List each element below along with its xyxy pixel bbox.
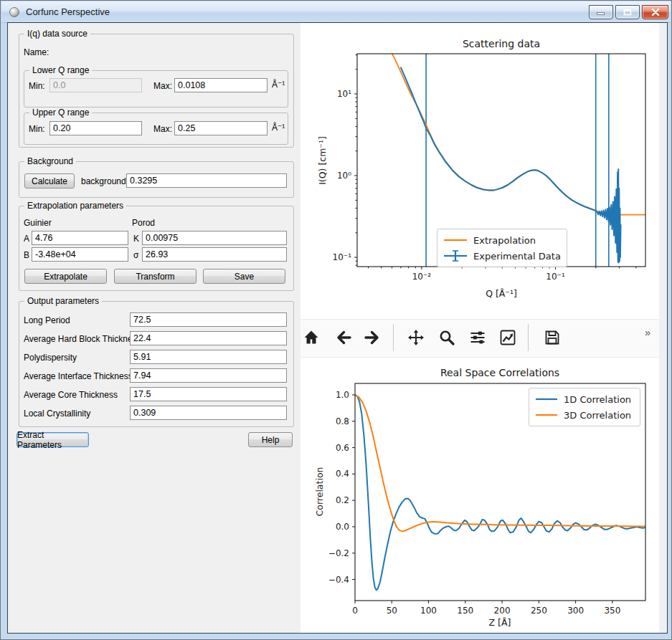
legend-entry: 1D Correlation (535, 391, 634, 407)
calculate-button[interactable]: Calculate (24, 173, 75, 188)
svg-text:350: 350 (604, 606, 620, 616)
upper-q-max-input[interactable]: 0.25 (174, 121, 268, 135)
svg-text:−0.2: −0.2 (328, 548, 349, 558)
scattering-xlabel: Q [Å⁻¹] (486, 288, 517, 299)
guinier-a-label: A (24, 234, 29, 244)
lower-q-max-label: Max: (153, 81, 172, 91)
zoom-icon[interactable] (438, 329, 455, 346)
correlation-title: Real Space Correlations (440, 367, 559, 378)
lower-q-unit-label: Å⁻¹ (272, 80, 285, 90)
extract-parameters-button[interactable]: Extract Parameters (16, 432, 89, 447)
output-row-label: Long Period (24, 315, 70, 325)
porod-k-label: K (133, 234, 139, 244)
output-row-value[interactable]: 7.94 (130, 368, 287, 383)
svg-text:0.8: 0.8 (336, 416, 349, 426)
title-bar[interactable]: Corfunc Perspective (1, 1, 671, 23)
window-title: Corfunc Perspective (26, 6, 110, 17)
correlation-xlabel: Z [Å] (489, 617, 511, 628)
group-output-label: Output parameters (24, 296, 102, 306)
svg-text:200: 200 (494, 606, 511, 616)
upper-q-max-label: Max: (153, 124, 172, 134)
group-extrapolation-label: Extrapolation parameters (24, 201, 126, 211)
group-upper-q-label: Upper Q range (29, 108, 92, 118)
configure-subplots-icon[interactable] (469, 329, 486, 346)
maximize-button[interactable] (615, 5, 640, 19)
output-row-value[interactable]: 5.91 (130, 350, 287, 364)
help-button[interactable]: Help (248, 432, 293, 447)
legend-entry: Extrapolation (443, 232, 561, 248)
extrapolation-line-swatch (443, 235, 468, 245)
svg-text:10⁻¹: 10⁻¹ (546, 272, 565, 282)
home-icon[interactable] (303, 329, 320, 346)
edit-axes-icon[interactable] (499, 329, 516, 346)
correlation-figure[interactable]: Real Space Correlations 0501001502002503… (300, 358, 659, 633)
output-row-label: Average Interface Thickness (24, 371, 133, 381)
correlation-1d-swatch (535, 394, 558, 404)
back-icon[interactable] (335, 329, 352, 346)
output-row-label: Average Core Thickness (24, 390, 118, 400)
toolbar-separator (393, 324, 394, 351)
correlation-3d-swatch (535, 410, 558, 420)
legend-label: 1D Correlation (564, 394, 631, 405)
upper-q-min-input[interactable]: 0.20 (49, 121, 142, 135)
output-row-label: Average Hard Block Thickness (24, 334, 141, 344)
upper-q-unit-label: Å⁻¹ (272, 123, 285, 133)
forward-icon[interactable] (364, 329, 381, 346)
app-icon (9, 7, 19, 17)
svg-text:1.0: 1.0 (336, 390, 349, 400)
legend-label: Experimental Data (473, 251, 561, 262)
guinier-b-input[interactable]: -3.48e+04 (32, 247, 128, 262)
minimize-button[interactable] (589, 5, 613, 19)
svg-text:10⁻²: 10⁻² (412, 272, 432, 282)
maximize-icon (623, 8, 633, 16)
output-row-value[interactable]: 17.5 (130, 387, 287, 401)
scattering-title: Scattering data (463, 38, 540, 49)
transform-button[interactable]: Transform (114, 269, 197, 284)
correlation-legend: 1D Correlation 3D Correlation (529, 388, 640, 426)
group-background-label: Background (24, 156, 76, 166)
output-row-label: Polydispersity (24, 353, 77, 363)
porod-k-input[interactable]: 0.00975 (142, 231, 287, 245)
plots-panel: Scattering data 10⁻²10⁻¹10⁻¹10⁰10¹ I(Q) … (300, 23, 659, 633)
svg-text:250: 250 (531, 606, 547, 616)
svg-text:50: 50 (387, 606, 397, 616)
minimize-icon (596, 9, 606, 16)
svg-text:0.0: 0.0 (336, 522, 349, 532)
svg-text:300: 300 (567, 606, 584, 616)
porod-sigma-input[interactable]: 26.93 (142, 247, 287, 262)
legend-entry: 3D Correlation (535, 407, 634, 423)
scattering-legend: Extrapolation Experimental Data (437, 229, 567, 267)
output-row-value[interactable]: 22.4 (130, 331, 287, 345)
svg-text:10⁰: 10⁰ (337, 171, 351, 181)
group-data-source-label: I(q) data source (24, 29, 90, 39)
guinier-a-input[interactable]: 4.76 (32, 231, 128, 245)
legend-label: Extrapolation (473, 235, 536, 246)
right-margin-strip (659, 23, 667, 633)
corfunc-controls-panel: I(q) data source Name: Lower Q range Min… (8, 23, 300, 633)
svg-text:100: 100 (420, 606, 437, 616)
guinier-b-label: B (24, 250, 29, 260)
scattering-figure[interactable]: Scattering data 10⁻²10⁻¹10⁻¹10⁰10¹ I(Q) … (300, 23, 659, 319)
lower-q-min-label: Min: (29, 81, 45, 91)
name-label: Name: (24, 47, 49, 57)
output-row-label: Local Crystallinity (24, 409, 90, 419)
legend-entry: Experimental Data (443, 248, 561, 264)
scattering-plot-canvas[interactable]: 10⁻²10⁻¹10⁻¹10⁰10¹ (300, 23, 659, 319)
output-row-value[interactable]: 0.309 (130, 406, 287, 420)
background-input[interactable]: 0.3295 (126, 173, 287, 188)
output-row-value[interactable]: 72.5 (130, 312, 287, 327)
save-icon[interactable] (544, 329, 561, 346)
scattering-ylabel: I(Q) [cm⁻¹] (317, 136, 328, 185)
close-button[interactable] (642, 5, 668, 19)
svg-text:10¹: 10¹ (337, 89, 351, 99)
toolbar-overflow-icon[interactable]: » (645, 327, 650, 338)
svg-text:0.2: 0.2 (336, 495, 349, 505)
lower-q-max-input[interactable]: 0.0108 (174, 78, 268, 92)
svg-text:0.4: 0.4 (336, 469, 349, 479)
group-lower-q-label: Lower Q range (29, 65, 92, 75)
save-button[interactable]: Save (203, 269, 285, 284)
legend-label: 3D Correlation (564, 410, 631, 421)
extrapolate-button[interactable]: Extrapolate (24, 269, 107, 284)
pan-icon[interactable] (407, 329, 425, 346)
svg-text:0: 0 (352, 606, 358, 616)
